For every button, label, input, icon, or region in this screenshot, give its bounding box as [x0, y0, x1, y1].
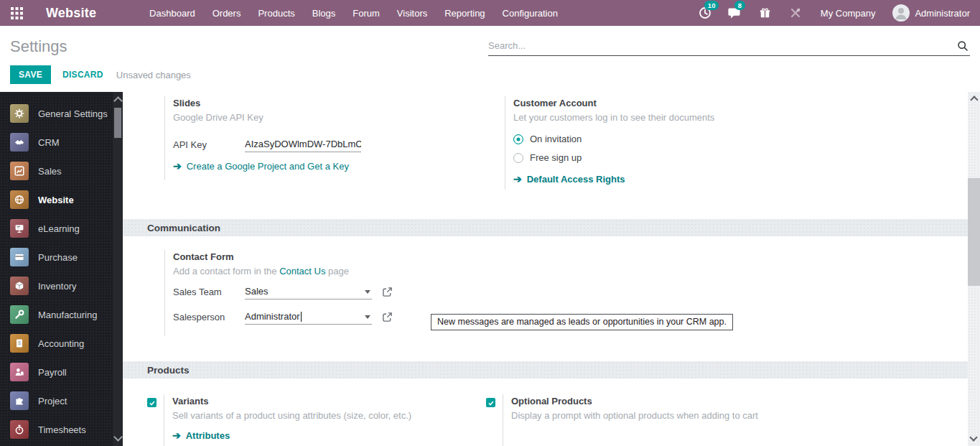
- attributes-link[interactable]: ➔ Attributes: [172, 429, 499, 441]
- create-google-project-link[interactable]: ➔ Create a Google Project and Get a Key: [173, 160, 487, 172]
- page-title: Settings: [10, 37, 67, 56]
- save-button[interactable]: SAVE: [10, 65, 51, 84]
- setting-box-customer-account: Customer Account Let your customers log …: [505, 96, 907, 190]
- customer-account-subtitle: Let your customers log in to see their d…: [513, 111, 907, 124]
- user-avatar-icon: [892, 4, 910, 22]
- menu-item-products[interactable]: Products: [249, 1, 303, 26]
- unsaved-changes-status: Unsaved changes: [116, 70, 191, 80]
- radio-unselected-icon[interactable]: [513, 153, 523, 163]
- sidebar-item-accounting[interactable]: $ Accounting: [0, 329, 123, 358]
- external-link-icon[interactable]: [382, 287, 393, 297]
- sidebar-item-label: CRM: [38, 137, 60, 148]
- slides-subtitle: Google Drive API Key: [173, 111, 487, 124]
- stopwatch-icon: [10, 420, 29, 439]
- handshake-icon: [10, 133, 29, 152]
- sidebar-item-crm[interactable]: CRM: [0, 128, 123, 157]
- sidebar-item-website[interactable]: Website: [0, 185, 123, 214]
- sidebar-item-label: Purchase: [38, 252, 78, 263]
- sidebar-item-purchase[interactable]: Purchase: [0, 243, 123, 271]
- puzzle-icon: [10, 391, 29, 410]
- sidebar-item-general-settings[interactable]: General Settings: [0, 99, 123, 128]
- section-communication: Communication: [123, 219, 968, 236]
- menu-item-dashboard[interactable]: Dashboard: [141, 1, 204, 26]
- user-menu[interactable]: Administrator: [892, 4, 970, 22]
- radio-on-invitation[interactable]: On invitation: [513, 134, 907, 144]
- avatar: [892, 4, 910, 22]
- contact-us-link[interactable]: Contact Us: [279, 266, 325, 277]
- default-access-rights-link[interactable]: ➔ Default Access Rights: [513, 173, 907, 185]
- sidebar-item-elearning[interactable]: eLearning: [0, 214, 123, 243]
- scroll-up-icon[interactable]: [970, 96, 978, 103]
- globe-icon: [10, 190, 29, 209]
- sidebar-item-project[interactable]: Project: [0, 386, 123, 415]
- developer-tools-button[interactable]: [786, 4, 805, 22]
- sidebar-item-label: Accounting: [38, 338, 84, 349]
- chevron-down-icon: [365, 315, 370, 319]
- sidebar-scrollbar[interactable]: [113, 92, 123, 446]
- search-input[interactable]: [488, 40, 957, 51]
- sidebar-scroll-down-icon[interactable]: [113, 432, 123, 442]
- setting-box-variants: Variants Sell variants of a product usin…: [147, 394, 499, 446]
- crm-tooltip: New messages are managed as leads or opp…: [431, 314, 733, 330]
- app-brand[interactable]: Website: [46, 6, 96, 21]
- employee-icon: [10, 363, 29, 381]
- sidebar-item-label: Project: [38, 396, 67, 406]
- chevron-down-icon: [365, 290, 370, 294]
- sidebar-item-inventory[interactable]: Inventory: [0, 271, 123, 300]
- activities-button[interactable]: 10: [696, 4, 714, 22]
- credit-card-icon: [10, 248, 29, 266]
- settings-sidebar: General Settings CRM Sales Website eLear…: [0, 92, 123, 446]
- sidebar-item-payroll[interactable]: Payroll: [0, 358, 123, 386]
- arrow-right-icon: ➔: [513, 173, 522, 185]
- sales-chart-icon: [10, 162, 29, 180]
- slides-title: Slides: [173, 96, 487, 111]
- search-icon[interactable]: [957, 40, 969, 52]
- sidebar-item-timesheets[interactable]: Timesheets: [0, 415, 123, 444]
- menu-item-blogs[interactable]: Blogs: [304, 1, 345, 26]
- control-panel-actions: SAVE DISCARD Unsaved changes: [10, 65, 191, 84]
- menu-item-reporting[interactable]: Reporting: [436, 1, 493, 26]
- inventory-box-icon: [10, 277, 29, 295]
- sidebar-item-manufacturing[interactable]: Manufacturing: [0, 300, 123, 329]
- company-switcher[interactable]: My Company: [821, 8, 876, 19]
- apps-menu-button[interactable]: [6, 0, 27, 26]
- sidebar-scroll-up-icon[interactable]: [113, 96, 123, 106]
- contact-form-subtitle: Add a contact form in the Contact Us pag…: [173, 264, 502, 278]
- sidebar-item-label: General Settings: [38, 108, 108, 119]
- salesperson-select[interactable]: Administrator: [245, 309, 372, 325]
- section-products: Products: [123, 361, 968, 378]
- search-bar: [488, 36, 970, 56]
- discard-button[interactable]: DISCARD: [62, 70, 103, 80]
- sales-team-select[interactable]: Sales: [245, 284, 372, 299]
- radio-free-sign-up[interactable]: Free sign up: [513, 152, 907, 163]
- sidebar-scrollbar-thumb[interactable]: [114, 108, 121, 138]
- main-scrollbar-thumb[interactable]: [968, 178, 980, 286]
- tools-wrench-icon: [790, 7, 801, 19]
- external-link-icon[interactable]: [382, 312, 393, 322]
- menu-item-configuration[interactable]: Configuration: [494, 1, 566, 26]
- messages-button[interactable]: 8: [726, 4, 745, 22]
- menu-item-visitors[interactable]: Visitors: [388, 1, 436, 26]
- check-icon: [487, 399, 495, 406]
- text-cursor: [301, 312, 302, 322]
- presentation-icon: [10, 219, 29, 238]
- arrow-right-icon: ➔: [173, 160, 182, 172]
- sidebar-item-label: Timesheets: [38, 424, 86, 435]
- sidebar-item-label: eLearning: [38, 223, 80, 234]
- variants-subtitle: Sell variants of a product using attribu…: [172, 409, 499, 422]
- scroll-down-icon[interactable]: [969, 433, 977, 441]
- salesperson-label: Salesperson: [173, 312, 245, 322]
- navbar-systray: 10 8 M: [684, 4, 980, 22]
- radio-selected-icon[interactable]: [513, 134, 523, 144]
- api-key-input[interactable]: [245, 136, 361, 152]
- settings-content: Slides Google Drive API Key API Key ➔ Cr…: [123, 92, 968, 446]
- menu-item-orders[interactable]: Orders: [204, 1, 250, 26]
- messages-badge: 8: [734, 1, 745, 10]
- sales-team-label: Sales Team: [173, 287, 245, 297]
- rewards-button[interactable]: [756, 4, 775, 22]
- optional-products-checkbox[interactable]: [486, 398, 495, 407]
- main-scrollbar[interactable]: [968, 92, 980, 446]
- menu-item-forum[interactable]: Forum: [344, 1, 388, 26]
- sidebar-item-sales[interactable]: Sales: [0, 157, 123, 185]
- variants-checkbox[interactable]: [147, 398, 157, 407]
